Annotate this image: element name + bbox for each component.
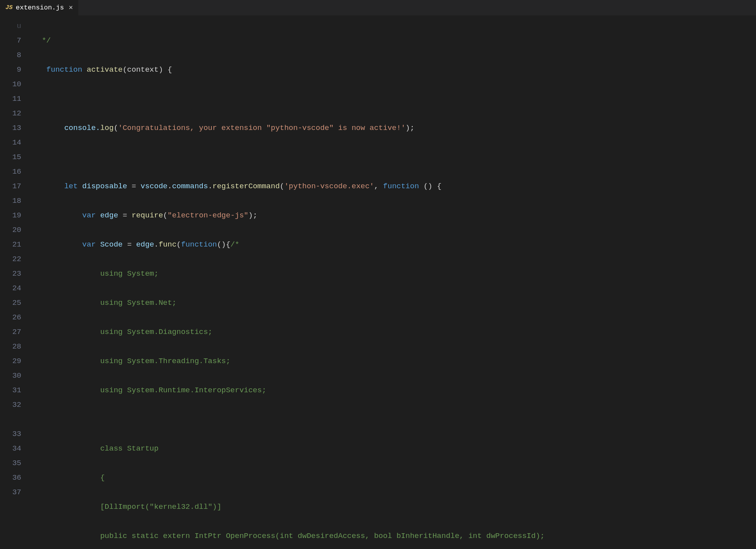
line-number: 10: [0, 77, 21, 92]
line-number: 37: [0, 485, 21, 500]
line-number: 35: [0, 456, 21, 471]
code-line: [DllImport("kernel32.dll")]: [28, 500, 756, 514]
code-line: {: [28, 471, 756, 485]
code-area[interactable]: */ function activate(context) { console.…: [28, 16, 756, 549]
line-number: 30: [0, 369, 21, 383]
line-number: 20: [0, 223, 21, 237]
line-number: 36: [0, 471, 21, 485]
line-number: 19: [0, 208, 21, 223]
line-number: 31: [0, 383, 21, 398]
line-number: 8: [0, 48, 21, 63]
code-line: var edge = require("electron-edge-js");: [28, 208, 756, 223]
code-line: class Startup: [28, 441, 756, 456]
tab-extension-js[interactable]: JS extension.js ×: [0, 0, 79, 15]
line-number: 13: [0, 121, 21, 135]
tab-filename: extension.js: [16, 4, 64, 11]
code-line: using System.Runtime.InteropServices;: [28, 383, 756, 398]
line-number: 22: [0, 252, 21, 267]
close-icon[interactable]: ×: [69, 4, 73, 12]
code-line: using System.Net;: [28, 296, 756, 310]
line-number: 12: [0, 106, 21, 121]
line-number-gutter: u 7 8 9 10 11 12 13 14 15 16 17 18 19 20…: [0, 16, 28, 549]
code-line: using System.Threading.Tasks;: [28, 354, 756, 369]
code-line: public static extern IntPtr OpenProcess(…: [28, 529, 756, 543]
line-number: 21: [0, 237, 21, 252]
code-line: [28, 412, 756, 427]
line-number: 23: [0, 267, 21, 281]
code-editor[interactable]: u 7 8 9 10 11 12 13 14 15 16 17 18 19 20…: [0, 16, 756, 549]
line-number: 9: [0, 63, 21, 77]
code-line: */: [28, 33, 756, 48]
code-line: [28, 92, 756, 106]
code-line: console.log('Congratulations, your exten…: [28, 121, 756, 135]
line-number: 27: [0, 325, 21, 339]
code-line: [28, 150, 756, 165]
line-number: 34: [0, 441, 21, 456]
line-number: [0, 412, 21, 427]
line-number: 11: [0, 92, 21, 106]
line-number: 26: [0, 310, 21, 325]
line-number: 18: [0, 194, 21, 208]
tab-bar: JS extension.js ×: [0, 0, 756, 16]
line-number: 28: [0, 339, 21, 354]
line-number: 33: [0, 427, 21, 441]
code-line: using System;: [28, 267, 756, 281]
line-number: 29: [0, 354, 21, 369]
line-number: 32: [0, 398, 21, 412]
line-number: 24: [0, 281, 21, 296]
line-number: u: [0, 19, 21, 33]
line-number: 7: [0, 33, 21, 48]
code-line: var Scode = edge.func(function(){/*: [28, 237, 756, 252]
code-line: using System.Diagnostics;: [28, 325, 756, 339]
line-number: 17: [0, 179, 21, 194]
line-number: 16: [0, 165, 21, 179]
javascript-file-icon: JS: [6, 4, 13, 11]
code-line: function activate(context) {: [28, 63, 756, 77]
code-line: let disposable = vscode.commands.registe…: [28, 179, 756, 194]
line-number: 14: [0, 135, 21, 150]
line-number: 25: [0, 296, 21, 310]
line-number: 15: [0, 150, 21, 165]
